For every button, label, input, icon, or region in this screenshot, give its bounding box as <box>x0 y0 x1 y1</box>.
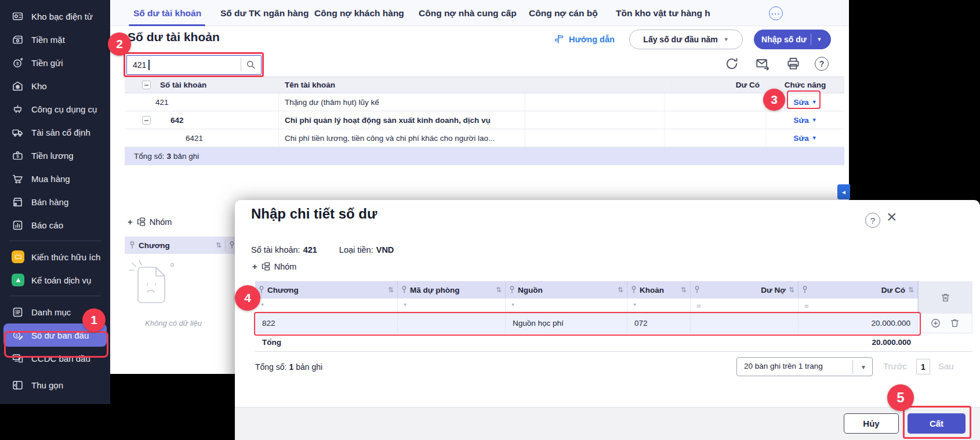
sort-icon[interactable]: ⇅ <box>216 241 222 249</box>
sort-icon[interactable]: ⇅ <box>496 286 502 294</box>
filter-item[interactable]: * <box>627 299 691 314</box>
sidebar-item-tien-luong[interactable]: $ Tiền lương <box>0 144 110 167</box>
add-row-icon[interactable] <box>930 318 941 329</box>
account-number: 421 <box>155 98 169 107</box>
sidebar-item-kien-thuc-huu-ich[interactable]: Kiến thức hữu ích <box>0 245 110 268</box>
sidebar-item-kho-bac-dien-tu[interactable]: Kho bạc điện tử <box>0 5 110 28</box>
chevron-down-icon[interactable]: ▼ <box>861 364 866 370</box>
cell-credit[interactable]: 20.000.000 <box>798 314 918 333</box>
select-all-checkbox[interactable] <box>142 81 151 89</box>
sort-icon[interactable]: ⇅ <box>681 286 687 294</box>
cancel-button[interactable]: Hủy <box>844 413 899 434</box>
next-page-button[interactable]: Sau <box>938 361 954 371</box>
panel-column-header[interactable]: Chương ⇅ <box>125 237 235 254</box>
group-by-button[interactable]: + Nhóm <box>128 217 172 227</box>
pin-icon[interactable] <box>802 285 808 294</box>
mail-send-icon[interactable] <box>755 56 770 71</box>
sidebar-item-tien-mat[interactable]: Tiền mặt <box>0 28 110 51</box>
header-backup-code[interactable]: Mã dự phòng⇅ <box>398 281 506 299</box>
search-icon[interactable] <box>245 59 256 70</box>
sidebar-item-label: Kiến thức hữu ích <box>31 252 100 262</box>
filter-source[interactable]: * <box>506 299 627 314</box>
sidebar-item-tien-gui[interactable]: $ Tiền gửi <box>0 51 110 74</box>
sort-icon[interactable]: ⇅ <box>908 286 914 294</box>
enter-balance-button[interactable]: Nhập số dư ▼ <box>754 30 831 49</box>
pin-icon[interactable] <box>401 285 407 294</box>
sort-icon[interactable]: ⇅ <box>789 286 794 294</box>
refresh-icon[interactable] <box>724 56 739 71</box>
page-size-select[interactable]: 20 bàn ghi trên 1 trang ▼ <box>736 357 873 376</box>
tab-ton-kho-vat-tu[interactable]: Tồn kho vật tư hàng h <box>616 0 710 26</box>
printer-icon[interactable] <box>786 56 801 71</box>
pin-icon[interactable] <box>509 285 515 294</box>
pin-icon[interactable] <box>129 241 135 250</box>
tab-cong-no-nha-cung-cap[interactable]: Công nợ nhà cung cấp <box>419 0 517 26</box>
filter-backup-code[interactable]: * <box>398 299 506 314</box>
tab-cong-no-can-bo[interactable]: Công nợ cán bộ <box>529 0 598 26</box>
account-name: Chi phí tiền lương, tiền công và chi phí… <box>278 129 525 147</box>
table-row[interactable]: 6421 Chi phí tiền lương, tiền công và ch… <box>125 129 844 147</box>
more-tabs-icon[interactable]: ··· <box>769 6 783 20</box>
row-checkbox[interactable] <box>142 116 151 125</box>
prev-page-button[interactable]: Trước <box>883 361 907 371</box>
cell-backup-code[interactable] <box>398 314 506 333</box>
sort-icon[interactable]: ⇅ <box>618 286 623 294</box>
chevron-down-icon[interactable]: ▼ <box>812 99 817 105</box>
pin-icon[interactable] <box>631 285 637 294</box>
sidebar-item-ban-hang[interactable]: Bán hàng <box>0 190 110 213</box>
count-suffix: bản ghi <box>296 362 322 372</box>
sidebar-item-label: Báo cáo <box>31 220 63 230</box>
chevron-down-icon[interactable]: ▼ <box>812 117 817 123</box>
guide-link[interactable]: Hướng dẫn <box>554 34 615 45</box>
annotation-step-3: 3 <box>763 89 785 111</box>
sidebar-item-cong-cu-dung-cu[interactable]: Công cụ dụng cụ <box>0 97 110 121</box>
header-item[interactable]: Khoản⇅ <box>627 281 691 299</box>
chevron-down-icon[interactable]: ▼ <box>812 135 817 141</box>
column-divider <box>225 239 226 251</box>
close-icon[interactable]: × <box>887 208 897 226</box>
edit-link[interactable]: Sửa <box>793 134 808 143</box>
edit-link[interactable]: Sửa <box>793 116 808 125</box>
chevron-down-icon[interactable]: ▼ <box>811 37 827 42</box>
help-icon[interactable]: ? <box>815 57 829 71</box>
panel-collapse-handle[interactable]: ◄ <box>837 184 850 199</box>
get-year-balance-button[interactable]: Lấy số dư đầu năm ▼ <box>629 30 743 49</box>
tab-cong-no-khach-hang[interactable]: Công nợ khách hàng <box>314 0 404 26</box>
sidebar-item-ke-toan-dich-vu[interactable]: Kế toán dịch vụ <box>0 268 110 292</box>
table-row[interactable]: 421 Thặng dư (thâm hụt) lũy kế Sửa▼ <box>125 93 844 111</box>
sidebar-collapse-button[interactable]: Thu gọn <box>0 373 110 397</box>
filter-debit[interactable]: = <box>691 299 798 314</box>
header-name: Tên tài khoản <box>278 77 525 93</box>
sidebar-divider <box>9 296 101 296</box>
sidebar-item-bao-cao[interactable]: Báo cáo <box>0 213 110 237</box>
opening-balance-icon: $ <box>12 329 24 341</box>
tab-so-du-tk-ngan-hang[interactable]: Số dư TK ngân hàng <box>220 0 308 26</box>
header-source[interactable]: Nguồn⇅ <box>506 281 627 299</box>
cell-item[interactable]: 072 <box>627 314 691 333</box>
delete-all-icon[interactable] <box>940 292 951 303</box>
modal-help-icon[interactable]: ? <box>865 213 880 228</box>
sidebar-item-kho[interactable]: Kho <box>0 74 110 97</box>
filter-chapter[interactable]: * <box>255 299 398 314</box>
header-chapter[interactable]: Chương⇅ <box>255 281 398 299</box>
pin-icon[interactable] <box>694 285 700 294</box>
modal-group-by-button[interactable]: + Nhóm <box>252 261 296 271</box>
search-input[interactable] <box>127 56 239 74</box>
sidebar-item-mua-hang[interactable]: Mua hàng <box>0 167 110 190</box>
table-row[interactable]: 642 Chi phí quản lý hoạt động sản xuất k… <box>125 111 844 129</box>
filter-credit[interactable]: = <box>798 299 918 314</box>
save-button[interactable]: Cất <box>908 413 966 434</box>
cell-source[interactable]: Nguồn học phí <box>506 314 627 333</box>
header-debit[interactable]: Dư Nợ⇅ <box>691 281 798 299</box>
edit-link[interactable]: Sửa <box>793 98 808 107</box>
cell-debit[interactable] <box>691 314 798 333</box>
grid-data-row[interactable]: 822 Nguồn học phí 072 20.000.000 <box>255 314 972 333</box>
sidebar-item-ccdc-ban-dau[interactable]: CCDC ban đầu <box>0 347 110 370</box>
current-page-box[interactable]: 1 <box>916 359 930 374</box>
header-credit[interactable]: Dư Có⇅ <box>798 281 918 299</box>
tab-so-du-tai-khoan[interactable]: Số dư tài khoản <box>133 0 201 26</box>
cell-chapter[interactable]: 822 <box>255 314 398 333</box>
sidebar-item-tai-san-co-dinh[interactable]: Tài sản cố định <box>0 121 110 144</box>
sort-icon[interactable]: ⇅ <box>388 286 394 294</box>
delete-row-icon[interactable] <box>949 318 960 329</box>
